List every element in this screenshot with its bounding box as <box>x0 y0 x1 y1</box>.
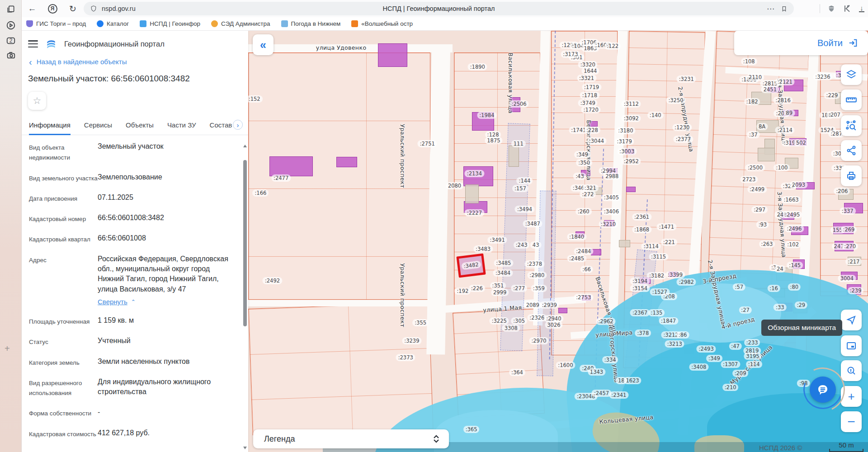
parcel-label[interactable]: :2341 <box>609 391 628 399</box>
scroll-up-icon[interactable] <box>243 145 247 147</box>
parcel-label[interactable]: :3405 <box>602 194 621 201</box>
parcel-label[interactable]: :2134 <box>465 170 484 177</box>
parcel-label[interactable]: :152 <box>248 95 263 103</box>
parcel-label[interactable]: :57 <box>733 283 746 291</box>
protect-shield-icon[interactable] <box>827 5 835 13</box>
tab-count-badge[interactable]: 2 <box>4 33 18 48</box>
parcel-label[interactable]: :3749 <box>578 99 598 107</box>
collapse-panel-button[interactable]: « <box>253 34 274 55</box>
parcel-label[interactable]: :3194 <box>630 278 650 285</box>
parcel-label[interactable]: :239 <box>848 287 864 294</box>
legend-expand-icon[interactable] <box>433 434 440 443</box>
parcel-label[interactable]: :351 <box>490 282 506 289</box>
parcel-label[interactable]: :349 <box>706 355 722 362</box>
measure-button[interactable] <box>841 89 862 110</box>
parcel-label[interactable]: :3115 <box>649 253 668 260</box>
layers-button[interactable] <box>841 64 862 85</box>
collapse-address-link[interactable]: Свернуть <box>98 297 127 306</box>
parcel-label[interactable]: :2361 <box>632 213 651 221</box>
parcel-label[interactable]: :3213 <box>665 340 684 348</box>
parcel-label[interactable]: :140 <box>647 112 664 119</box>
parcel-label[interactable]: 1644 <box>581 67 599 75</box>
parcel-label[interactable]: :100 <box>774 164 790 171</box>
parcel-label[interactable]: :108 <box>741 58 757 65</box>
parcel-label[interactable]: :157 <box>512 185 528 192</box>
login-button[interactable]: Войти <box>734 31 868 55</box>
parcel-label[interactable]: :334 <box>602 356 618 363</box>
parcel-label[interactable]: :166 <box>252 189 269 197</box>
parcel-label[interactable]: 502 <box>794 139 808 146</box>
parcel-label[interactable]: :1890 <box>468 63 487 71</box>
parcel-label[interactable]: :321 <box>582 184 599 192</box>
parcel-label[interactable]: :228 <box>584 127 600 134</box>
locate-button[interactable] <box>841 310 862 330</box>
parcel-label[interactable]: :210 <box>722 384 739 391</box>
parcel-label[interactable]: :3487 <box>523 220 542 227</box>
parcel-label[interactable]: :1663 <box>781 196 801 203</box>
share-button[interactable] <box>841 140 862 161</box>
parcel-label[interactable]: 3195 <box>744 353 761 360</box>
parcel-label[interactable]: :269 <box>841 226 857 233</box>
parcel-label[interactable]: 2451 <box>761 86 779 93</box>
parcel-label[interactable]: :305 <box>511 317 527 325</box>
parcel-label[interactable]: :135 <box>649 309 665 316</box>
legend-bar[interactable]: Легенда <box>253 429 449 448</box>
parcel-label[interactable]: :2970 <box>529 337 548 344</box>
parcel-label[interactable]: :2457 <box>592 390 611 397</box>
parcel-label[interactable]: :3236 <box>813 73 832 80</box>
parcel-label[interactable]: 1343 <box>588 368 605 376</box>
parcel-label[interactable]: 8А <box>756 123 768 130</box>
refresh-icon[interactable]: ↻ <box>66 2 80 15</box>
parcel-label[interactable]: 2093 <box>790 181 807 188</box>
yandex-browser-icon[interactable]: Я <box>46 2 59 15</box>
screenshot-camera-icon[interactable] <box>4 48 18 62</box>
parcel-label[interactable]: :2495 <box>783 211 802 218</box>
tabs-scroll-right-button[interactable]: › <box>233 120 243 130</box>
parcel-label[interactable]: :260 <box>576 208 592 215</box>
support-chat-widget[interactable] <box>800 367 845 412</box>
parcel-label[interactable]: :229 <box>824 92 840 99</box>
parcel-label[interactable]: :3408 <box>689 363 708 371</box>
panel-scrollbar[interactable] <box>242 145 248 449</box>
parcel-label[interactable]: 3004 <box>838 275 856 282</box>
parcel-label[interactable]: :86 <box>676 331 689 339</box>
bookmark-item[interactable]: Погода в Нижнем <box>281 20 341 27</box>
parcel-label[interactable]: :337 <box>840 207 856 215</box>
parcel-label[interactable]: :2477 <box>271 174 291 182</box>
parcel-label[interactable]: :2962 <box>596 318 615 325</box>
parcel-label[interactable]: 2080 <box>446 182 463 189</box>
parcel-label[interactable]: :209 <box>732 370 749 377</box>
parcel-label[interactable]: 2723 <box>740 176 758 183</box>
parcel-label[interactable]: :2484 <box>574 248 593 255</box>
parcel-label[interactable]: :277 <box>511 285 527 292</box>
chat-button[interactable] <box>810 377 836 403</box>
parcel-label[interactable]: :80 <box>788 283 801 291</box>
bookmark-item[interactable]: НСПД | Геоинфор <box>140 20 200 27</box>
parcel-label[interactable]: :144 <box>517 177 533 184</box>
parcel-label[interactable]: :1840 <box>567 233 586 240</box>
parcel-label[interactable]: :3154 <box>630 285 650 292</box>
parcel-label[interactable]: :2980 <box>527 272 547 279</box>
tabs-panel-icon[interactable] <box>4 2 18 16</box>
parcel-label[interactable]: 43 <box>530 241 542 249</box>
parcel-label[interactable]: :350 <box>576 159 592 166</box>
parcel-label[interactable]: :2377 <box>674 136 693 143</box>
parcel-label[interactable]: :365 <box>463 426 480 433</box>
parcel-label[interactable]: :43 <box>573 173 586 180</box>
address-bar[interactable]: nspd.gov.ru НСПД | Геоинформационный пор… <box>84 2 794 15</box>
downloads-icon[interactable]: ↓ <box>859 5 864 12</box>
parcel-label[interactable]: :3179 <box>615 138 634 145</box>
parcel-label[interactable]: :3112 <box>622 100 641 108</box>
parcel-label[interactable]: :2121 <box>775 78 795 85</box>
scroll-down-icon[interactable] <box>243 447 247 449</box>
parcel-label[interactable]: 3308 <box>502 325 520 332</box>
parcel-label[interactable]: :33 <box>774 304 787 311</box>
print-button[interactable] <box>841 165 862 186</box>
zoom-out-button[interactable]: − <box>841 411 862 432</box>
parcel-label[interactable]: :3173 <box>561 51 580 58</box>
parcel-label[interactable]: 111 <box>511 140 526 147</box>
parcel-label[interactable]: :37 <box>747 131 760 138</box>
parcel-label[interactable]: 3026 <box>545 321 562 329</box>
parcel-label[interactable]: :226 <box>469 285 485 292</box>
selected-parcel-3482[interactable]: :3482 <box>457 253 486 278</box>
